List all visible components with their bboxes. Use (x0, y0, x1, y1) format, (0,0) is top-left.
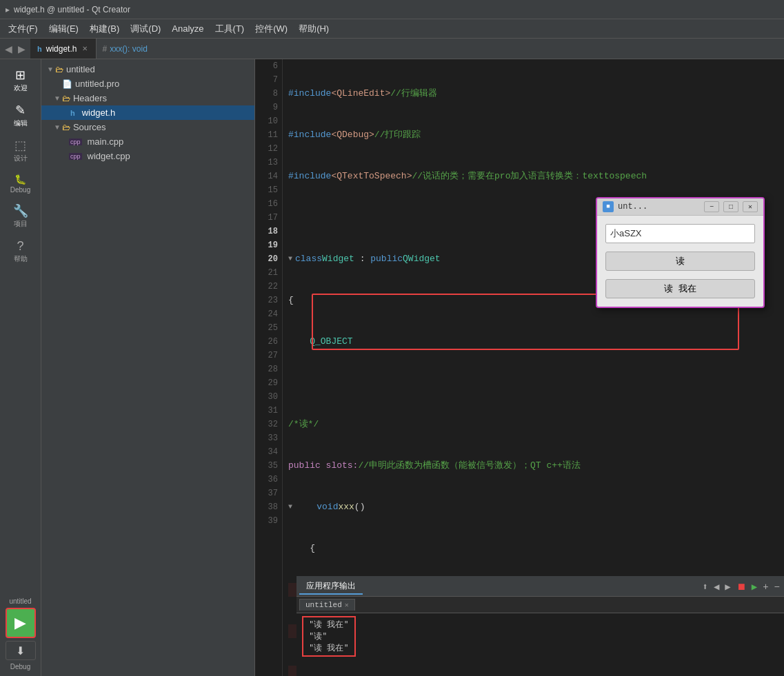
qt-read-btn[interactable]: 读 (605, 252, 755, 271)
tree-item-pro[interactable]: 📄 untitled.pro (41, 76, 254, 91)
output-remove-btn[interactable]: − (773, 580, 781, 594)
ln-13: 13 (258, 156, 278, 170)
qt-read-label: 读 (676, 255, 685, 267)
project-run-label: untitled (9, 597, 31, 605)
tree-label-headers: Headers (73, 93, 107, 103)
breadcrumb-func: xxx(): void (110, 44, 148, 54)
folder-icon-project: 🗁 (55, 65, 63, 74)
tree-label-widget-cpp: widget.cpp (88, 151, 130, 161)
run-section: untitled ▶ ⬇ Debug (0, 597, 41, 676)
menu-item[interactable]: Analyze (166, 22, 209, 35)
tab-nav-controls[interactable]: ◀ ▶ (0, 39, 30, 59)
qt-body: 读 读 我在 (597, 216, 763, 307)
bottom-tab-output[interactable]: 应用程序输出 (299, 579, 363, 595)
output-run-btn[interactable]: ▶ (750, 580, 758, 594)
tree-item-project[interactable]: ▼ 🗁 untitled (41, 62, 254, 76)
qt-app-window: ■ unt... − □ ✕ 读 读 我在 (596, 197, 765, 308)
folder-icon-headers: 🗁 (62, 94, 70, 103)
activity-design[interactable]: ⬚ 设计 (3, 135, 39, 167)
output-tab-close[interactable]: ✕ (345, 601, 349, 609)
output-tab-untitled[interactable]: untitled ✕ (299, 599, 355, 611)
activity-help[interactable]: ? 帮助 (3, 236, 39, 268)
tree-item-widget-h[interactable]: h widget.h (41, 105, 254, 120)
ln-18: 18 (258, 225, 278, 238)
tree-arrow-sources: ▼ (54, 123, 61, 131)
ln-26: 26 (258, 335, 278, 349)
output-block: "读 我在" "读" "读 我在" (302, 616, 356, 657)
ln-15: 15 (258, 183, 278, 197)
breadcrumb-hash: # (102, 44, 107, 54)
ln-6: 6 (258, 59, 278, 73)
menu-item[interactable]: 帮助(H) (293, 21, 334, 37)
step-button[interactable]: ⬇ (6, 641, 36, 660)
activity-project[interactable]: 🔧 项目 (3, 201, 39, 233)
code-line-15: public slots: //申明此函数为槽函数（能被信号激发）；QT c++… (288, 459, 778, 473)
menu-item[interactable]: 控件(W) (250, 21, 293, 37)
main-layout: ⊞ 欢迎 ✎ 编辑 ⬚ 设计 🐛 Debug 🔧 项目 ? 帮助 untitle… (0, 59, 784, 676)
activity-help-label: 帮助 (14, 254, 28, 264)
output-next-btn[interactable]: ▶ (723, 580, 732, 594)
output-add-btn[interactable]: + (761, 580, 770, 594)
output-up-btn[interactable]: ⬆ (701, 580, 709, 594)
code-line-17: { (288, 542, 778, 555)
ln-9: 9 (258, 101, 278, 114)
menu-item[interactable]: 构建(B) (84, 21, 125, 37)
folder-icon-sources: 🗁 (62, 123, 70, 132)
qt-title-text: unt... (618, 202, 700, 212)
menu-item[interactable]: 调试(D) (125, 21, 166, 37)
ln-33: 33 (258, 431, 278, 445)
tab-forward-btn[interactable]: ▶ (16, 42, 28, 56)
ln-25: 25 (258, 321, 278, 335)
activity-debug[interactable]: 🐛 Debug (3, 170, 39, 198)
debug-icon: 🐛 (14, 174, 26, 184)
tab-filename: widget.h (46, 44, 77, 54)
debug-run-label: Debug (10, 663, 30, 670)
ln-23: 23 (258, 294, 278, 307)
activity-welcome[interactable]: ⊞ 欢迎 (3, 65, 39, 97)
tree-item-widget-cpp[interactable]: cpp widget.cpp (41, 149, 254, 163)
window-title: widget.h @ untitled - Qt Creator (14, 5, 130, 14)
pro-icon: 📄 (62, 79, 72, 89)
tree-label-main-cpp: main.cpp (88, 136, 124, 147)
qt-read-me-btn[interactable]: 读 我在 (605, 279, 755, 298)
ln-35: 35 (258, 459, 278, 473)
output-tab-label: untitled (305, 601, 342, 609)
run-button[interactable]: ▶ (6, 608, 36, 638)
ln-21: 21 (258, 266, 278, 280)
edit-icon: ✎ (15, 104, 26, 116)
qt-restore-btn[interactable]: □ (723, 201, 738, 212)
ln-29: 29 (258, 376, 278, 390)
tree-item-headers[interactable]: ▼ 🗁 Headers (41, 91, 254, 105)
menu-item[interactable]: 工具(T) (210, 21, 250, 37)
code-line-8: #include <QTextToSpeech> //说话的类；需要在pro加入… (288, 170, 778, 183)
cpp-icon-widget: cpp (69, 153, 82, 160)
output-prev-btn[interactable]: ◀ (712, 580, 721, 594)
ln-28: 28 (258, 362, 278, 376)
help-icon: ? (17, 240, 23, 252)
run-icon: ▶ (14, 614, 26, 632)
menu-item[interactable]: 文件(F) (3, 21, 43, 37)
qt-close-btn[interactable]: ✕ (743, 201, 758, 212)
titlebar: ▸ widget.h @ untitled - Qt Creator (0, 0, 784, 19)
tab-widget-h[interactable]: h widget.h ✕ (30, 39, 97, 59)
output-content: "读 我在" "读" "读 我在" (296, 613, 784, 676)
tab-close-btn[interactable]: ✕ (81, 44, 89, 53)
step-icon: ⬇ (16, 644, 25, 657)
qt-minimize-btn[interactable]: − (704, 201, 719, 212)
ln-39: 39 (258, 514, 278, 528)
editor-area[interactable]: 6 7 8 9 10 11 12 13 14 15 16 17 18 19 20… (255, 59, 784, 676)
tree-item-sources[interactable]: ▼ 🗁 Sources (41, 120, 254, 134)
tree-item-main-cpp[interactable]: cpp main.cpp (41, 134, 254, 149)
ln-12: 12 (258, 142, 278, 156)
activity-edit[interactable]: ✎ 编辑 (3, 100, 39, 132)
ln-16: 16 (258, 197, 278, 211)
output-stop-btn[interactable]: ⏹ (735, 580, 747, 594)
qt-text-input[interactable] (605, 224, 755, 243)
welcome-icon: ⊞ (15, 69, 26, 81)
menu-item[interactable]: 编辑(E) (43, 21, 84, 37)
ln-14: 14 (258, 170, 278, 183)
ln-22: 22 (258, 280, 278, 294)
output-line-2: "读" (309, 631, 349, 642)
activity-welcome-label: 欢迎 (14, 83, 28, 93)
tab-back-btn[interactable]: ◀ (3, 42, 14, 56)
